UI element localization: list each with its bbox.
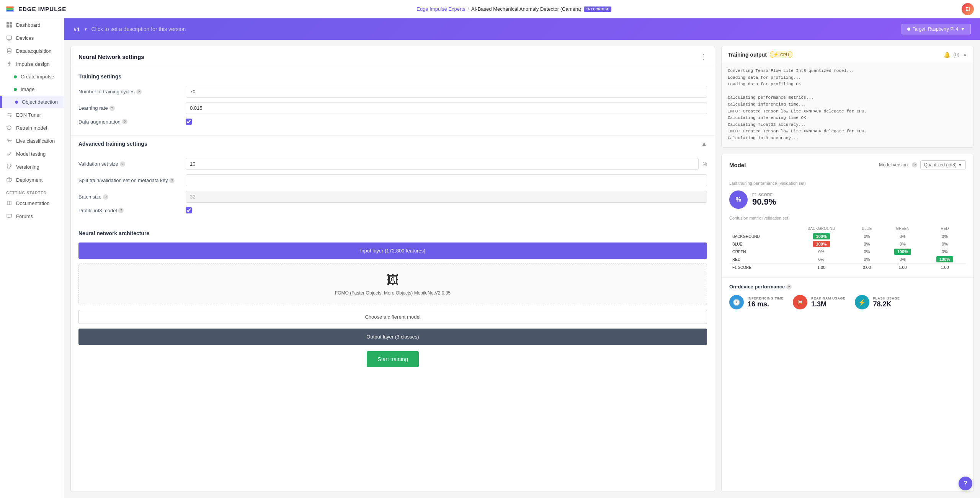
validation-set-group: % [186,158,707,170]
sidebar-item-dashboard[interactable]: Dashboard [0,18,64,31]
start-training-button[interactable]: Start training [367,351,418,367]
version-description[interactable]: Click to set a description for this vers… [91,26,186,32]
sidebar-item-image[interactable]: Image [0,83,64,96]
validation-set-input[interactable] [186,158,699,170]
output-actions: 🔔 (0) ▲ [944,52,967,58]
batch-size-info-icon[interactable]: ? [103,194,108,200]
model-version-info-icon[interactable]: ? [912,162,917,168]
choose-model-button[interactable]: Choose a different model [78,310,707,324]
matrix-row-green: GREEN 0% 0% 100% 0% [729,248,966,256]
profile-int8-checkbox[interactable] [186,207,192,213]
f1-score-block: % F1 SCORE 90.9% [729,190,966,209]
model-title: Model [729,162,746,168]
sidebar-item-retrain-model[interactable]: Retrain model [0,121,64,134]
mute-icon[interactable]: 🔔 [944,52,950,58]
log-line-11: Calculating int8 accuracy... [728,135,967,142]
sidebar-label-impulse-design: Impulse design [16,61,49,67]
flash-icon: ⚡ [855,295,869,309]
model-section: Model Model version: ? Quantized (int8) … [722,154,973,180]
svg-point-7 [7,113,8,114]
sidebar-item-devices[interactable]: Devices [0,31,64,44]
matrix-cell-blue-blue: 0% [852,240,882,248]
model-panel: Model Model version: ? Quantized (int8) … [721,154,974,492]
panel-menu-icon[interactable]: ⋮ [700,52,707,61]
sidebar-item-impulse-design[interactable]: Impulse design [0,57,64,70]
target-dot [907,28,910,31]
sidebar-item-data-acquisition[interactable]: Data acquisition [0,44,64,57]
matrix-cell-blue-green: 0% [882,240,924,248]
sidebar-label-model-testing: Model testing [16,151,46,157]
confusion-matrix-label: Confusion matrix (validation set) [729,215,966,221]
on-device-title: On-device performance ? [729,284,966,290]
flash-usage-info: FLASH USAGE 78.2K [873,296,900,308]
version-arrow[interactable]: ▼ [84,27,88,31]
svg-point-15 [10,165,11,166]
split-train-input[interactable] [186,174,707,186]
collapse-icon[interactable]: ▲ [701,140,707,147]
sidebar-label-data-acquisition: Data acquisition [16,48,52,54]
sidebar-item-live-classification[interactable]: Live classification [0,134,64,147]
on-device-info-icon[interactable]: ? [786,284,792,290]
activity-icon [6,138,12,144]
last-training-label: Last training performance (validation se… [729,180,966,186]
nn-settings-header: Neural Network settings ⋮ [71,46,715,67]
sidebar-item-create-impulse[interactable]: Create impulse [0,70,64,83]
sidebar-item-forums[interactable]: Forums [0,210,64,223]
output-count: (0) [953,52,959,57]
sidebar-item-versioning[interactable]: Versioning [0,160,64,173]
svg-point-13 [7,165,8,166]
enterprise-badge: ENTERPRISE [584,7,612,12]
logo-line-2 [6,8,14,10]
inferencing-time-info: INFERENCING TIME 16 ms. [748,296,784,308]
training-output-header: Training output ⚡ CPU 🔔 (0) ▲ [722,46,973,63]
panel-left: Neural Network settings ⋮ Training setti… [70,46,715,492]
sidebar-item-model-testing[interactable]: Model testing [0,147,64,160]
training-output-panel: Training output ⚡ CPU 🔔 (0) ▲ [721,46,974,148]
training-cycles-info-icon[interactable]: ? [136,89,142,94]
sidebar-label-live-classification: Live classification [16,138,55,144]
getting-started-label: GETTING STARTED [0,186,64,197]
advanced-settings-header[interactable]: Advanced training settings ▲ [71,135,715,152]
matrix-cell-green-blue: 0% [852,248,882,256]
split-train-info-icon[interactable]: ? [169,178,175,183]
target-button[interactable]: Target: Raspberry Pi 4 ▼ [902,24,971,34]
data-augmentation-info-icon[interactable]: ? [122,119,127,124]
training-output-title: Training output [728,52,767,58]
sidebar-item-documentation[interactable]: Documentation [0,197,64,210]
f1-value: 90.9% [752,197,776,207]
model-version-select[interactable]: Quantized (int8) ▼ [920,160,966,169]
f1-circle: % [729,190,748,209]
advanced-settings-title: Advanced training settings [78,141,147,147]
matrix-cell-red-red: 100% [924,256,966,264]
help-button[interactable]: ? [959,477,972,490]
sidebar-label-create-impulse: Create impulse [21,74,54,80]
collapse-output-icon[interactable]: ▲ [962,52,967,57]
flash-usage-label: FLASH USAGE [873,296,900,300]
matrix-th-empty [729,225,791,233]
advanced-settings-section: Validation set size ? % Split train/vali… [71,152,715,224]
breadcrumb-project[interactable]: Edge Impulse Experts [416,6,465,12]
matrix-row-label-f1: F1 SCORE [729,264,791,272]
clock-icon: 🕐 [729,295,744,309]
matrix-row-label-green: GREEN [729,248,791,256]
data-augmentation-checkbox[interactable] [186,119,192,125]
f1-label: F1 SCORE [752,193,776,197]
profile-int8-info-icon[interactable]: ? [118,208,124,213]
learning-rate-input[interactable] [186,102,707,114]
training-cycles-input[interactable] [186,86,707,98]
version-number[interactable]: #1 [74,26,80,33]
batch-size-input[interactable] [186,191,707,203]
sidebar-item-deployment[interactable]: Deployment [0,173,64,186]
learning-rate-info-icon[interactable]: ? [109,106,115,111]
log-line-1: Converting TensorFlow Lite Int8 quantize… [728,68,967,75]
inferencing-time-metric: 🕐 INFERENCING TIME 16 ms. [729,295,784,309]
sidebar-item-object-detection[interactable]: Object detection [0,96,64,108]
validation-set-info-icon[interactable]: ? [120,161,125,167]
svg-rect-4 [7,36,11,39]
matrix-th-blue: BLUE [852,225,882,233]
avatar[interactable]: EI [962,3,974,15]
sidebar-label-object-detection: Object detection [22,99,58,105]
sidebar-item-eon-tuner[interactable]: EON Tuner [0,108,64,121]
log-line-5: Calculating performance metrics... [728,94,967,101]
topbar-right: EI [962,3,974,15]
